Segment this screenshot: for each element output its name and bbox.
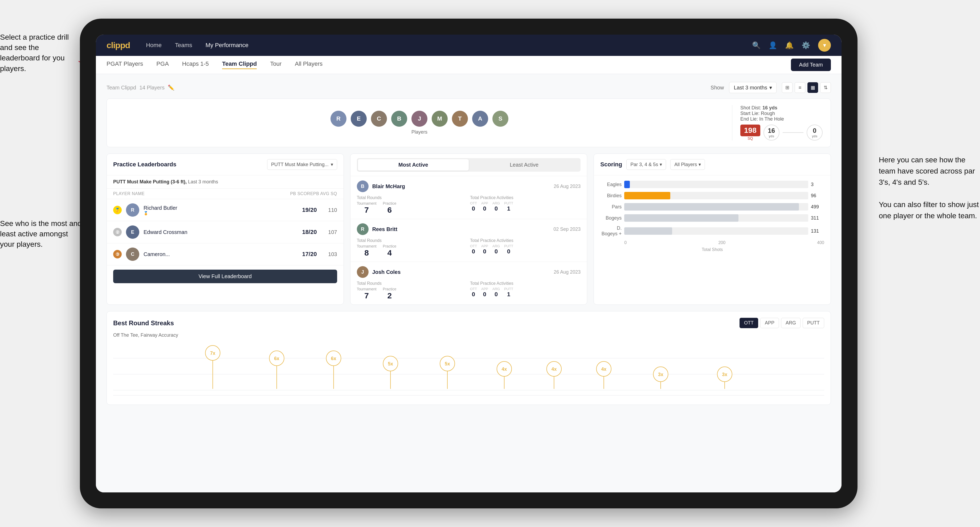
svg-text:4x: 4x [552, 367, 557, 372]
subnav-pgat[interactable]: PGAT Players [107, 60, 143, 69]
lb-score-3: 17/20 [302, 251, 317, 258]
pa-total-rounds-1: Total Rounds Tournament 7 Practice 6 [357, 195, 467, 214]
bell-icon[interactable]: 🔔 [785, 41, 794, 49]
leaderboard-row[interactable]: 🥇 R Richard Butler 🏅 19/20 110 [107, 199, 344, 221]
pa-avatar-2: R [357, 223, 369, 235]
streak-filter-app[interactable]: APP [760, 318, 779, 328]
chart-bar-container-pars [624, 203, 808, 211]
streaks-title: Best Round Streaks [113, 319, 174, 327]
player-activity-row-2: R Rees Britt 02 Sep 2023 Total Rounds To… [350, 219, 587, 262]
lb-avg-2: 107 [321, 229, 337, 235]
chart-label-pars: Pars [600, 204, 622, 210]
subnav-pga[interactable]: PGA [156, 60, 169, 69]
leaderboard-title: Practice Leaderboards [113, 161, 176, 168]
player-avatar-4[interactable]: B [391, 111, 407, 127]
tab-least-active[interactable]: Least Active [469, 159, 579, 171]
player-avatar-7[interactable]: T [452, 111, 468, 127]
player-avatar-9[interactable]: S [492, 111, 508, 127]
scoring-filter-player[interactable]: All Players ▾ [670, 159, 705, 170]
leaderboard-row[interactable]: ② E Edward Crossman 18/20 107 [107, 221, 344, 243]
chart-val-dbogeys: 131 [811, 229, 824, 234]
players-bar-left: R E C B J M T A S Players [115, 111, 724, 135]
annotation-top-left: Select a practice drill and see the lead… [0, 32, 77, 74]
card-view-icon[interactable]: ▦ [807, 82, 818, 93]
view-full-leaderboard-button[interactable]: View Full Leaderboard [113, 270, 337, 283]
streak-filter-putt[interactable]: PUTT [803, 318, 824, 328]
leaderboard-filter[interactable]: PUTT Must Make Putting... ▾ [267, 159, 337, 170]
rank-badge-2: ② [113, 228, 122, 237]
player-avatar-8[interactable]: A [472, 111, 488, 127]
streaks-subtitle: Off The Tee, Fairway Accuracy [113, 332, 824, 338]
toggle-tabs: Most Active Least Active [357, 158, 581, 171]
nav-item-home[interactable]: Home [146, 42, 162, 49]
player-avatar-6[interactable]: M [432, 111, 448, 127]
top-nav: clippd Home Teams My Performance 🔍 👤 🔔 ⚙… [96, 35, 842, 56]
players-bar-right: Shot Dist: 16 yds Start Lie: Rough End L… [732, 105, 822, 141]
chart-bar-container-birdies [624, 192, 808, 199]
pa-date-2: 02 Sep 2023 [554, 227, 581, 232]
chart-area: Eagles 3 Birdies 96 [594, 175, 830, 257]
subnav-hcaps[interactable]: Hcaps 1-5 [182, 60, 209, 69]
streaks-chart-svg: 7x 6x 6x 5x [113, 342, 824, 395]
subnav-all-players[interactable]: All Players [295, 60, 323, 69]
nav-item-teams[interactable]: Teams [175, 42, 192, 49]
svg-text:6x: 6x [331, 356, 336, 361]
add-team-button[interactable]: Add Team [791, 59, 831, 71]
pa-name-2: Rees Britt [372, 226, 550, 232]
annotation-bottom-left: See who is the most and least active amo… [0, 218, 83, 250]
chart-label-dbogeys: D. Bogeys + [600, 225, 622, 237]
yds-right: 0 yds [807, 125, 822, 141]
shot-badge-sub: SQ [748, 136, 753, 141]
svg-text:3x: 3x [722, 372, 727, 377]
player-avatar-5[interactable]: J [412, 111, 428, 127]
settings-icon[interactable]: ⚙️ [802, 41, 810, 49]
most-active-card: Most Active Least Active B Blair McHarg … [350, 154, 587, 305]
chart-val-pars: 499 [811, 204, 824, 210]
rank-badge-3: ③ [113, 250, 122, 259]
player-avatar-1[interactable]: R [331, 111, 347, 127]
practice-leaderboards-card: Practice Leaderboards PUTT Must Make Put… [107, 154, 344, 305]
edit-icon[interactable]: ✏️ [168, 84, 174, 91]
nav-items: Home Teams My Performance [146, 42, 752, 49]
streaks-header: Best Round Streaks OTT APP ARG PUTT [113, 318, 824, 328]
leaderboard-row[interactable]: ③ C Cameron... 17/20 103 [107, 243, 344, 265]
pa-header-1: B Blair McHarg 26 Aug 2023 [357, 181, 581, 192]
search-icon[interactable]: 🔍 [752, 41, 760, 49]
sort-icon[interactable]: ⇅ [820, 82, 831, 93]
avatar[interactable]: ▾ [818, 39, 831, 52]
chart-bar-birdies [624, 192, 670, 199]
show-select[interactable]: Last 3 months ▾ [729, 82, 776, 93]
chart-footer: Total Shots [600, 247, 824, 252]
nav-logo: clippd [107, 40, 130, 50]
sub-nav-items: PGAT Players PGA Hcaps 1-5 Team Clippd T… [107, 60, 791, 69]
streak-filter-arg[interactable]: ARG [781, 318, 800, 328]
chart-bar-container-eagles [624, 181, 808, 188]
avatar-row: R E C B J M T A S [331, 111, 508, 127]
team-controls: Show Last 3 months ▾ ⊞ ≡ ▦ ⇅ [711, 82, 831, 93]
yds-left: 16 yds [764, 125, 780, 141]
pa-header-2: R Rees Britt 02 Sep 2023 [357, 223, 581, 235]
chart-x-labels: 0 200 400 [624, 240, 824, 245]
nav-icons: 🔍 👤 🔔 ⚙️ ▾ [752, 39, 831, 52]
scoring-filter-par[interactable]: Par 3, 4 & 5s ▾ [626, 159, 666, 170]
player-avatar-3[interactable]: C [371, 111, 387, 127]
chevron-down-icon: ▾ [698, 162, 701, 167]
lb-avg-3: 103 [321, 251, 337, 257]
subnav-tour[interactable]: Tour [270, 60, 282, 69]
chart-label-birdies: Birdies [600, 193, 622, 198]
list-view-icon[interactable]: ≡ [795, 82, 805, 93]
player-avatar-2[interactable]: E [351, 111, 367, 127]
lb-avg-1: 110 [321, 207, 337, 213]
leaderboard-subtitle: PUTT Must Make Putting (3-6 ft), Last 3 … [107, 175, 344, 189]
chart-bar-container-dbogeys [624, 227, 808, 235]
chart-row-bogeys: Bogeys 311 [600, 214, 824, 222]
chart-row-eagles: Eagles 3 [600, 181, 824, 188]
chevron-down-icon: ▾ [769, 84, 772, 91]
person-icon[interactable]: 👤 [768, 41, 777, 49]
grid-view-icon[interactable]: ⊞ [782, 82, 792, 93]
streak-filter-ott[interactable]: OTT [740, 318, 758, 328]
subnav-team-clippd[interactable]: Team Clippd [222, 60, 257, 69]
nav-item-performance[interactable]: My Performance [205, 42, 248, 49]
chevron-down-icon: ▾ [660, 162, 662, 167]
tab-most-active[interactable]: Most Active [358, 159, 469, 171]
